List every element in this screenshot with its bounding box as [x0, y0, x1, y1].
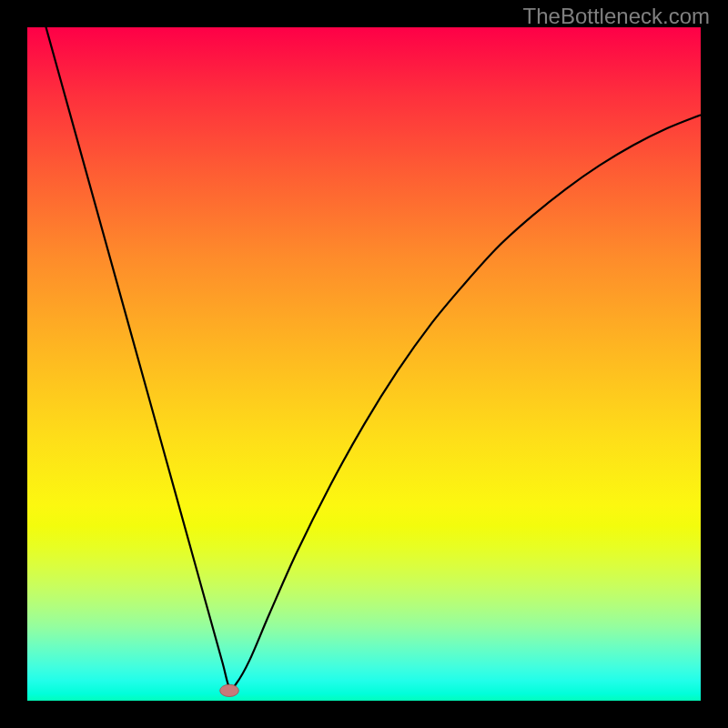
bottleneck-curve-svg [27, 27, 701, 701]
optimum-marker [220, 684, 239, 696]
chart-frame: TheBottleneck.com [0, 0, 728, 728]
plot-area [27, 27, 701, 701]
bottleneck-curve [27, 27, 701, 689]
watermark-text: TheBottleneck.com [523, 4, 710, 29]
